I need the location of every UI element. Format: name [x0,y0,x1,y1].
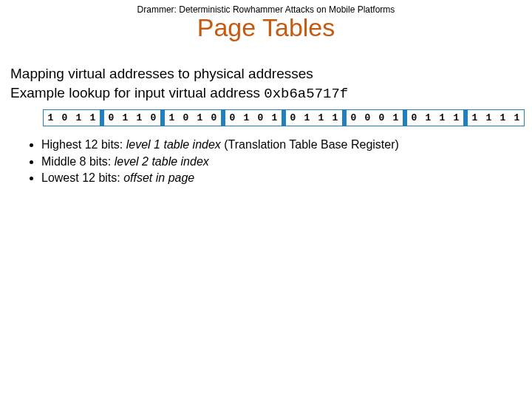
bullet-emphasis: offset in page [123,171,194,184]
intro-block: Mapping virtual addresses to physical ad… [10,64,522,103]
bit-cell: 1 [44,110,58,126]
bit-cell: 1 [193,110,207,126]
bit-cell: 1 [328,110,343,126]
bit-cell: 1 [72,110,86,126]
bullet-item: Lowest 12 bits: offset in page [41,170,532,186]
bit-cell: 1 [132,110,146,126]
bit-cell: 1 [389,110,403,126]
intro-line-2a: Example lookup for input virtual address [10,85,264,100]
bit-cell: 1 [267,110,282,126]
bit-cell: 1 [482,110,496,126]
bit-cell: 1 [510,110,525,126]
bullet-emphasis: level 1 table index [126,138,221,151]
bit-cell: 0 [347,110,361,126]
bullet-emphasis: level 2 table index [115,155,209,168]
bit-row: 10110110101001010111000101111111 [0,109,532,126]
intro-line-2: Example lookup for input virtual address… [10,83,522,104]
bit-cell: 1 [435,110,449,126]
bullet-item: Highest 12 bits: level 1 table index (Tr… [41,137,532,153]
bit-cell: 0 [375,110,389,126]
bullet-pre: Highest 12 bits: [41,138,126,151]
bullet-item: Middle 8 bits: level 2 table index [41,154,532,170]
bit-cell: 1 [496,110,510,126]
bit-cell: 0 [58,110,72,126]
bit-cell: 1 [300,110,314,126]
bit-cell: 1 [239,110,253,126]
bit-cell: 0 [253,110,267,126]
bullet-pre: Lowest 12 bits: [41,171,123,184]
bullet-post: (Translation Table Base Register) [221,138,399,151]
bit-cell: 1 [165,110,180,126]
bit-cell: 0 [179,110,193,126]
bit-cell: 1 [314,110,328,126]
page-title: Page Tables [0,13,532,42]
bit-cell: 1 [86,110,100,126]
bit-cell: 1 [449,110,464,126]
bit-cell: 0 [225,110,240,126]
bit-cell: 1 [118,110,132,126]
bit-cell: 0 [146,110,161,126]
bit-cell: 0 [407,110,422,126]
bit-cell: 0 [207,110,222,126]
bullet-list: Highest 12 bits: level 1 table index (Tr… [41,137,532,186]
bullet-pre: Middle 8 bits: [41,155,115,168]
bit-cell: 1 [421,110,435,126]
bit-cell: 0 [286,110,301,126]
bit-cell: 0 [104,110,119,126]
virtual-address-hex: 0xb6a5717f [264,86,348,102]
intro-line-1: Mapping virtual addresses to physical ad… [10,64,522,83]
bit-cell: 1 [468,110,482,126]
bit-cell: 0 [361,110,375,126]
